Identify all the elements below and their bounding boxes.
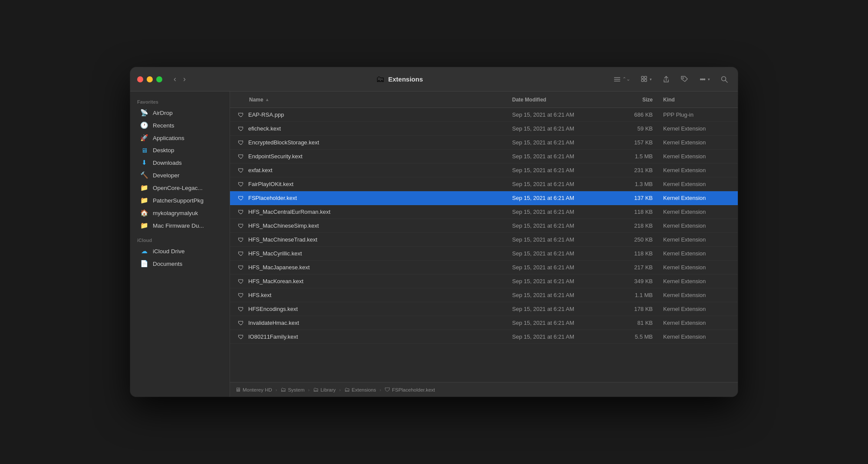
file-size: 217 KB	[616, 264, 660, 271]
folder-icon: 🗂	[376, 74, 385, 84]
minimize-button[interactable]	[147, 76, 153, 82]
sidebar-item-label: Documents	[153, 261, 182, 267]
name-column-header[interactable]: Name ▲	[230, 97, 512, 103]
sidebar-item-icloudrive[interactable]: ☁ iCloud Drive	[133, 245, 227, 257]
patcher-icon: 📁	[140, 196, 148, 204]
date-column-header[interactable]: Date Modified	[512, 97, 616, 103]
airdrop-icon: 📡	[140, 109, 148, 117]
table-row[interactable]: 🛡 HFS.kext Sep 15, 2021 at 6:21 AM 1.1 M…	[230, 288, 738, 302]
table-row[interactable]: 🛡 FairPlayIOKit.kext Sep 15, 2021 at 6:2…	[230, 177, 738, 191]
table-row[interactable]: 🛡 HFS_MacJapanese.kext Sep 15, 2021 at 6…	[230, 261, 738, 274]
toolbar-right: ⌃⌄ ▾	[611, 74, 731, 85]
file-kind: Kernel Extension	[660, 333, 738, 340]
svg-rect-3	[641, 76, 644, 78]
breadcrumb-separator: ›	[276, 387, 277, 392]
file-size: 686 KB	[616, 111, 660, 118]
file-kind: Kernel Extension	[660, 153, 738, 160]
sidebar-item-applications[interactable]: 🚀 Applications	[133, 132, 227, 144]
sidebar-item-label: mykolagrymalyuk	[153, 210, 198, 216]
table-row[interactable]: 🛡 HFS_MacCentralEurRoman.kext Sep 15, 20…	[230, 205, 738, 219]
sidebar-item-label: Downloads	[153, 160, 182, 166]
date-header-text: Date Modified	[512, 97, 546, 103]
sidebar-item-label: Recents	[153, 122, 174, 129]
list-icon	[613, 75, 621, 83]
sidebar-item-documents[interactable]: 📄 Documents	[133, 258, 227, 270]
tag-button[interactable]	[678, 74, 691, 85]
file-date: Sep 15, 2021 at 6:21 AM	[512, 167, 616, 173]
table-row[interactable]: 🛡 HFS_MacCyrillic.kext Sep 15, 2021 at 6…	[230, 247, 738, 261]
home-icon: 🏠	[140, 209, 148, 217]
table-row[interactable]: 🛡 eficheck.kext Sep 15, 2021 at 6:21 AM …	[230, 122, 738, 136]
file-date: Sep 15, 2021 at 6:21 AM	[512, 236, 616, 243]
table-row[interactable]: 🛡 HFS_MacChineseSimp.kext Sep 15, 2021 a…	[230, 219, 738, 233]
table-row[interactable]: 🛡 HFSEncodings.kext Sep 15, 2021 at 6:21…	[230, 302, 738, 316]
more-button[interactable]: ▾	[696, 74, 713, 85]
file-icon: 🛡	[237, 278, 245, 285]
close-button[interactable]	[137, 76, 143, 82]
svg-rect-4	[644, 76, 647, 78]
sidebar-item-recents[interactable]: 🕐 Recents	[133, 119, 227, 131]
name-header-text: Name	[249, 97, 263, 103]
table-row[interactable]: 🛡 HFS_MacChineseTrad.kext Sep 15, 2021 a…	[230, 233, 738, 247]
table-row[interactable]: 🛡 FSPlaceholder.kext Sep 15, 2021 at 6:2…	[230, 191, 738, 205]
breadcrumb-item[interactable]: 🛡FSPlaceholder.kext	[385, 386, 435, 393]
breadcrumb-item[interactable]: 🗂Library	[313, 386, 335, 393]
breadcrumb-item[interactable]: 🗂Extensions	[344, 386, 376, 393]
file-icon: 🛡	[237, 153, 245, 160]
forward-button[interactable]: ›	[181, 73, 188, 85]
table-row[interactable]: 🛡 HFS_MacKorean.kext Sep 15, 2021 at 6:2…	[230, 274, 738, 288]
table-row[interactable]: 🛡 IO80211Family.kext Sep 15, 2021 at 6:2…	[230, 330, 738, 344]
grid-view-button[interactable]: ▾	[638, 74, 654, 85]
size-column-header[interactable]: Size	[616, 97, 660, 103]
file-date: Sep 15, 2021 at 6:21 AM	[512, 139, 616, 146]
share-button[interactable]	[660, 74, 673, 85]
sidebar-item-macfw[interactable]: 📁 Mac Firmware Du...	[133, 219, 227, 232]
table-row[interactable]: 🛡 EncryptedBlockStorage.kext Sep 15, 202…	[230, 136, 738, 150]
file-kind: Kernel Extension	[660, 222, 738, 229]
file-icon: 🛡	[237, 292, 245, 299]
sidebar: Favorites 📡 AirDrop 🕐 Recents 🚀 Applicat…	[130, 91, 230, 397]
file-icon: 🛡	[237, 236, 245, 243]
sidebar-item-airdrop[interactable]: 📡 AirDrop	[133, 107, 227, 119]
size-header-text: Size	[642, 97, 653, 103]
table-row[interactable]: 🛡 InvalidateHmac.kext Sep 15, 2021 at 6:…	[230, 316, 738, 330]
file-kind: Kernel Extension	[660, 292, 738, 298]
traffic-lights	[137, 76, 162, 82]
sidebar-item-desktop[interactable]: 🖥 Desktop	[133, 144, 227, 156]
kind-column-header[interactable]: Kind	[660, 97, 738, 103]
file-date: Sep 15, 2021 at 6:21 AM	[512, 292, 616, 298]
breadcrumb-item[interactable]: 🖥Monterey HD	[235, 386, 272, 393]
breadcrumb-icon: 🛡	[385, 386, 390, 393]
sidebar-item-developer[interactable]: 🔨 Developer	[133, 169, 227, 181]
file-date: Sep 15, 2021 at 6:21 AM	[512, 320, 616, 326]
file-name: IO80211Family.kext	[248, 333, 298, 340]
sidebar-item-label: Applications	[153, 135, 184, 141]
file-date: Sep 15, 2021 at 6:21 AM	[512, 250, 616, 257]
file-size: 349 KB	[616, 278, 660, 284]
sidebar-item-opencore[interactable]: 📁 OpenCore-Legac...	[133, 182, 227, 194]
file-icon: 🛡	[237, 195, 245, 202]
breadcrumb-item[interactable]: 🗂System	[280, 386, 304, 393]
list-view-button[interactable]: ⌃⌄	[611, 74, 633, 85]
sidebar-item-downloads[interactable]: ⬇ Downloads	[133, 157, 227, 169]
finder-window: ‹ › 🗂 Extensions ⌃⌄	[130, 67, 738, 397]
maximize-button[interactable]	[156, 76, 162, 82]
sidebar-item-home[interactable]: 🏠 mykolagrymalyuk	[133, 207, 227, 219]
table-row[interactable]: 🛡 exfat.kext Sep 15, 2021 at 6:21 AM 231…	[230, 163, 738, 177]
table-row[interactable]: 🛡 EndpointSecurity.kext Sep 15, 2021 at …	[230, 150, 738, 163]
share-icon	[662, 75, 670, 83]
macfw-icon: 📁	[140, 222, 148, 229]
file-name: EndpointSecurity.kext	[248, 153, 302, 160]
sidebar-item-patcher[interactable]: 📁 PatcherSupportPkg	[133, 194, 227, 206]
file-icon: 🛡	[237, 125, 245, 132]
sort-arrow: ▲	[265, 97, 270, 102]
icloud-icon: ☁	[140, 247, 148, 255]
downloads-icon: ⬇	[140, 159, 148, 167]
svg-point-8	[700, 78, 702, 80]
file-date: Sep 15, 2021 at 6:21 AM	[512, 195, 616, 201]
search-button[interactable]	[718, 74, 731, 85]
back-button[interactable]: ‹	[171, 73, 179, 85]
table-row[interactable]: 🛡 EAP-RSA.ppp Sep 15, 2021 at 6:21 AM 68…	[230, 108, 738, 122]
breadcrumb-separator: ›	[380, 387, 381, 392]
sidebar-item-label: PatcherSupportPkg	[153, 197, 204, 204]
